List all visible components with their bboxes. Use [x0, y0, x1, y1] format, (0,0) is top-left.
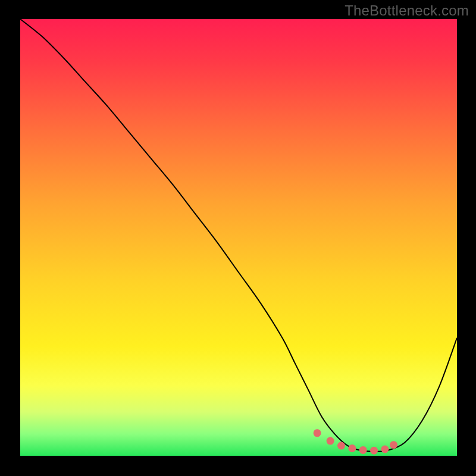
optimal-marker [381, 445, 389, 453]
optimal-marker [359, 446, 367, 454]
optimal-marker [348, 444, 356, 452]
optimal-marker [337, 442, 345, 450]
watermark-text: TheBottleneck.com [345, 2, 469, 19]
optimal-marker [314, 429, 321, 437]
optimal-marker [327, 437, 334, 445]
chart-container: TheBottleneck.com [0, 0, 476, 476]
optimal-marker [370, 447, 378, 455]
chart-svg [20, 19, 457, 456]
bottleneck-curve [20, 19, 457, 452]
optimal-region-markers [314, 429, 397, 454]
optimal-marker [390, 441, 397, 449]
